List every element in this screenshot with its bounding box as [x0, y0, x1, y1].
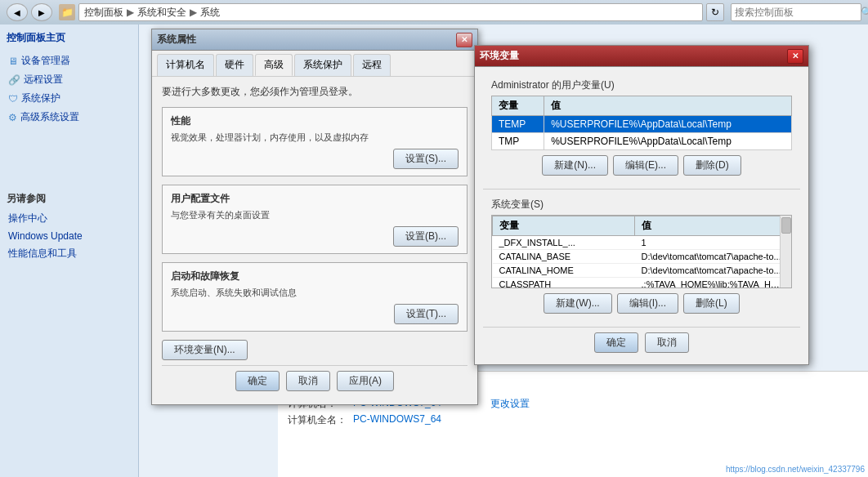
sys-vars-col-var: 变量: [493, 216, 635, 236]
userprofile-section: 用户配置文件 与您登录有关的桌面设置 设置(B)...: [162, 185, 468, 254]
env-variables-button[interactable]: 环境变量(N)...: [162, 340, 248, 360]
watermark: https://blog.csdn.net/weixin_42337796: [726, 465, 865, 474]
nav-buttons: ◀ ▶: [7, 3, 52, 21]
env-ok-button[interactable]: 确定: [594, 332, 638, 353]
env-cancel-button[interactable]: 取消: [645, 332, 689, 353]
sys-delete-button[interactable]: 删除(L): [683, 293, 740, 314]
sidebar: 控制面板主页 🖥 设备管理器 🔗 远程设置 🛡 系统保护 ⚙ 高级系统设置 另请…: [0, 25, 139, 477]
sidebar-item-sys-protect[interactable]: 🛡 系统保护: [7, 89, 132, 108]
sidebar-link-action-center[interactable]: 操作中心: [7, 209, 132, 228]
sys-var-row-classpath[interactable]: CLASSPATH .;%TAVA_HOME%\lib;%TAVA_HOME%\…: [493, 278, 791, 289]
sys-new-button[interactable]: 新建(W)...: [544, 293, 611, 314]
sidebar-item-device-manager[interactable]: 🖥 设备管理器: [7, 51, 132, 70]
user-new-button[interactable]: 新建(N)...: [542, 155, 608, 176]
user-vars-table: 变量 值 TEMP %USERPROFILE%\AppData\Local\Te…: [491, 96, 792, 150]
sys-var-dfx-name: _DFX_INSTALL_...: [493, 236, 635, 250]
tab-sysprotect[interactable]: 系统保护: [294, 54, 351, 76]
sys-var-row-dfx[interactable]: _DFX_INSTALL_... 1: [493, 236, 791, 250]
perf-settings-button[interactable]: 设置(S)...: [393, 149, 459, 169]
tabs-container: 计算机名 硬件 高级 系统保护 远程: [152, 51, 477, 77]
sidebar-link-label: Windows Update: [8, 230, 83, 242]
sys-vars-scrollbar[interactable]: [780, 216, 791, 288]
user-vars-col-val: 值: [544, 96, 792, 116]
refresh-button[interactable]: ↻: [706, 3, 724, 21]
search-icon[interactable]: 🔍: [861, 4, 868, 20]
sys-var-row-catalina-base[interactable]: CATALINA_BASE D:\dev\tomcat\tomcat7\apac…: [493, 250, 791, 264]
breadcrumb-part3: 系统: [200, 6, 220, 20]
sysprop-titlebar: 系统属性 ✕: [152, 29, 477, 51]
sys-edit-button[interactable]: 编辑(I)...: [617, 293, 678, 314]
search-input[interactable]: [732, 7, 861, 18]
sidebar-item-remote[interactable]: 🔗 远程设置: [7, 70, 132, 89]
user-edit-button[interactable]: 编辑(E)...: [613, 155, 678, 176]
sidebar-link-windows-update[interactable]: Windows Update: [7, 228, 132, 244]
startup-desc: 系统启动、系统失败和调试信息: [171, 287, 459, 299]
sysprop-title: 系统属性: [157, 33, 196, 47]
tab-advanced[interactable]: 高级: [255, 54, 293, 76]
search-bar: 🔍: [731, 3, 861, 21]
env-title: 环境变量: [480, 49, 519, 63]
env-titlebar: 环境变量 ✕: [475, 46, 808, 67]
userprofile-title: 用户配置文件: [171, 192, 459, 206]
sysprop-ok-button[interactable]: 确定: [235, 371, 280, 391]
sidebar-item-advanced[interactable]: ⚙ 高级系统设置: [7, 108, 132, 127]
user-var-val-tmp: %USERPROFILE%\AppData\Local\Temp: [544, 133, 792, 150]
startup-title: 启动和故障恢复: [171, 270, 459, 283]
perf-section: 性能 视觉效果，处理器计划，内存使用，以及虚拟内存 设置(S)...: [162, 107, 468, 176]
sysprop-content: 要进行大多数更改，您必须作为管理员登录。 性能 视觉效果，处理器计划，内存使用，…: [152, 77, 477, 404]
perf-desc: 视觉效果，处理器计划，内存使用，以及虚拟内存: [171, 132, 459, 144]
sidebar-item-label: 远程设置: [24, 73, 63, 87]
breadcrumb: 控制面板 ▶ 系统和安全 ▶ 系统: [78, 3, 703, 21]
breadcrumb-sep2: ▶: [190, 7, 197, 18]
sysprop-dialog-bottom: 确定 取消 应用(A): [162, 365, 468, 396]
sys-protect-icon: 🛡: [8, 93, 18, 105]
sys-vars-table: 变量 值 _DFX_INSTALL_... 1 CATALINA_BASE D:…: [492, 216, 791, 288]
sys-vars-section: 系统变量(S) 变量 值 _DFX_INSTALL_... 1: [483, 193, 800, 323]
userprofile-desc: 与您登录有关的桌面设置: [171, 209, 459, 221]
startup-section: 启动和故障恢复 系统启动、系统失败和调试信息 设置(T)...: [162, 262, 468, 332]
user-var-val-temp: %USERPROFILE%\AppData\Local\Temp: [544, 116, 792, 133]
env-dialog-bottom: 确定 取消: [483, 327, 800, 358]
info-value-fullname: PC-WINDOWS7_64: [353, 413, 441, 427]
remote-icon: 🔗: [8, 74, 20, 86]
sys-vars-scrollbox: 变量 值 _DFX_INSTALL_... 1 CATALINA_BASE D:…: [491, 215, 792, 288]
breadcrumb-sep1: ▶: [127, 7, 134, 18]
sys-var-cbase-name: CATALINA_BASE: [493, 250, 635, 264]
userprofile-settings-button[interactable]: 设置(B)...: [393, 226, 459, 247]
sysprop-apply-button[interactable]: 应用(A): [337, 371, 394, 391]
sysprop-dialog: 系统属性 ✕ 计算机名 硬件 高级 系统保护 远程 要进行大多数更改，您必须作为…: [151, 29, 478, 405]
user-delete-button[interactable]: 删除(D): [683, 155, 741, 176]
sidebar-main-link[interactable]: 控制面板主页: [7, 31, 132, 45]
breadcrumb-part2: 系统和安全: [137, 6, 186, 20]
device-manager-icon: 🖥: [8, 56, 18, 67]
info-row-fullname: 计算机全名： PC-WINDOWS7_64: [288, 413, 858, 427]
env-divider: [483, 189, 800, 189]
back-button[interactable]: ◀: [7, 3, 28, 21]
sysprop-close-button[interactable]: ✕: [456, 33, 472, 47]
tab-remote[interactable]: 远程: [353, 54, 391, 76]
sidebar-link-label: 操作中心: [8, 212, 47, 225]
tab-computername[interactable]: 计算机名: [157, 54, 214, 76]
sys-var-row-catalina-home[interactable]: CATALINA_HOME D:\dev\tomcat\tomcat7\apac…: [493, 264, 791, 278]
sysprop-cancel-button[interactable]: 取消: [286, 371, 330, 391]
user-var-name-tmp: TMP: [492, 133, 544, 150]
env-close-button[interactable]: ✕: [787, 49, 803, 64]
window-chrome: ◀ ▶ 📁 控制面板 ▶ 系统和安全 ▶ 系统 ↻ 🔍: [0, 0, 868, 25]
also-see-label: 另请参阅: [7, 192, 132, 206]
sidebar-link-label: 性能信息和工具: [8, 247, 77, 261]
sysprop-note: 要进行大多数更改，您必须作为管理员登录。: [162, 85, 468, 99]
user-var-row-temp[interactable]: TEMP %USERPROFILE%\AppData\Local\Temp: [492, 116, 792, 133]
user-vars-btn-row: 新建(N)... 编辑(E)... 删除(D): [491, 155, 792, 176]
sys-vars-btn-row: 新建(W)... 编辑(I)... 删除(L): [491, 293, 792, 314]
sys-vars-title: 系统变量(S): [491, 198, 792, 212]
change-settings-link[interactable]: 更改设置: [490, 397, 530, 411]
breadcrumb-part1: 控制面板: [84, 6, 123, 20]
sidebar-link-perf-info[interactable]: 性能信息和工具: [7, 244, 132, 263]
user-var-row-tmp[interactable]: TMP %USERPROFILE%\AppData\Local\Temp: [492, 133, 792, 150]
sidebar-item-label: 系统保护: [21, 91, 60, 105]
sys-var-cbase-val: D:\dev\tomcat\tomcat7\apache-to...: [635, 250, 791, 264]
tab-hardware[interactable]: 硬件: [216, 54, 253, 76]
forward-button[interactable]: ▶: [31, 3, 52, 21]
startup-settings-button[interactable]: 设置(T)...: [394, 304, 459, 324]
perf-title: 性能: [171, 114, 459, 128]
